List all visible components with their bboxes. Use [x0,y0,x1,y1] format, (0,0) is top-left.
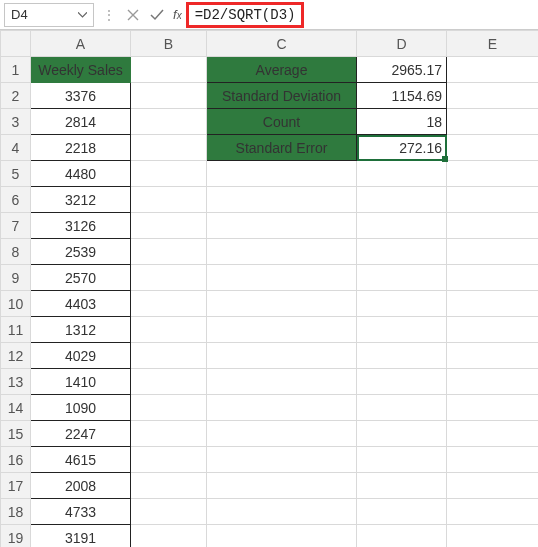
cell-D2[interactable]: 1154.69 [357,83,447,109]
col-header-A[interactable]: A [31,31,131,57]
cell-A11[interactable]: 1312 [31,317,131,343]
cell-C10[interactable] [207,291,357,317]
cell-A3[interactable]: 2814 [31,109,131,135]
cell-C18[interactable] [207,499,357,525]
cell-E12[interactable] [447,343,539,369]
cell-E15[interactable] [447,421,539,447]
cell-C13[interactable] [207,369,357,395]
name-box[interactable]: D4 [4,3,94,27]
cell-B2[interactable] [131,83,207,109]
cell-E14[interactable] [447,395,539,421]
row-header-1[interactable]: 1 [1,57,31,83]
cell-A14[interactable]: 1090 [31,395,131,421]
row-header-4[interactable]: 4 [1,135,31,161]
select-all-corner[interactable] [1,31,31,57]
col-header-C[interactable]: C [207,31,357,57]
row-header-19[interactable]: 19 [1,525,31,548]
cell-A12[interactable]: 4029 [31,343,131,369]
sheet-table[interactable]: A B C D E 1 Weekly Sales Average 2965.17… [0,30,538,547]
cell-D14[interactable] [357,395,447,421]
spreadsheet-grid[interactable]: A B C D E 1 Weekly Sales Average 2965.17… [0,30,538,547]
row-header-6[interactable]: 6 [1,187,31,213]
cell-D8[interactable] [357,239,447,265]
cell-A15[interactable]: 2247 [31,421,131,447]
cell-D16[interactable] [357,447,447,473]
row-header-12[interactable]: 12 [1,343,31,369]
cell-C11[interactable] [207,317,357,343]
cell-E16[interactable] [447,447,539,473]
cell-C19[interactable] [207,525,357,548]
cell-B3[interactable] [131,109,207,135]
cell-B12[interactable] [131,343,207,369]
cell-A10[interactable]: 4403 [31,291,131,317]
cell-E5[interactable] [447,161,539,187]
cell-C9[interactable] [207,265,357,291]
cell-C5[interactable] [207,161,357,187]
cell-E7[interactable] [447,213,539,239]
cell-B1[interactable] [131,57,207,83]
cell-E2[interactable] [447,83,539,109]
cell-D15[interactable] [357,421,447,447]
cell-D17[interactable] [357,473,447,499]
cell-A16[interactable]: 4615 [31,447,131,473]
row-header-11[interactable]: 11 [1,317,31,343]
col-header-D[interactable]: D [357,31,447,57]
cell-D4[interactable]: 272.16 [357,135,447,161]
cell-E13[interactable] [447,369,539,395]
cell-A7[interactable]: 3126 [31,213,131,239]
row-header-2[interactable]: 2 [1,83,31,109]
row-header-15[interactable]: 15 [1,421,31,447]
row-header-8[interactable]: 8 [1,239,31,265]
chevron-down-icon[interactable] [77,10,87,20]
cell-D7[interactable] [357,213,447,239]
cell-A1[interactable]: Weekly Sales [31,57,131,83]
cell-B15[interactable] [131,421,207,447]
cell-B5[interactable] [131,161,207,187]
row-header-3[interactable]: 3 [1,109,31,135]
cell-C6[interactable] [207,187,357,213]
cell-B17[interactable] [131,473,207,499]
cell-C4[interactable]: Standard Error [207,135,357,161]
cell-D6[interactable] [357,187,447,213]
cell-C12[interactable] [207,343,357,369]
cell-B9[interactable] [131,265,207,291]
formula-input[interactable]: =D2/SQRT(D3) [195,7,296,23]
row-header-17[interactable]: 17 [1,473,31,499]
cell-E18[interactable] [447,499,539,525]
cell-E4[interactable] [447,135,539,161]
cell-A9[interactable]: 2570 [31,265,131,291]
cell-A18[interactable]: 4733 [31,499,131,525]
cell-E11[interactable] [447,317,539,343]
cell-A4[interactable]: 2218 [31,135,131,161]
cell-A6[interactable]: 3212 [31,187,131,213]
row-header-5[interactable]: 5 [1,161,31,187]
cell-B10[interactable] [131,291,207,317]
accept-formula-button[interactable] [146,4,168,26]
cell-D10[interactable] [357,291,447,317]
cell-C15[interactable] [207,421,357,447]
cell-B13[interactable] [131,369,207,395]
cell-B6[interactable] [131,187,207,213]
row-header-9[interactable]: 9 [1,265,31,291]
cell-E17[interactable] [447,473,539,499]
cell-A13[interactable]: 1410 [31,369,131,395]
cell-A5[interactable]: 4480 [31,161,131,187]
col-header-B[interactable]: B [131,31,207,57]
cell-A8[interactable]: 2539 [31,239,131,265]
cell-C7[interactable] [207,213,357,239]
cell-C17[interactable] [207,473,357,499]
cell-D9[interactable] [357,265,447,291]
cell-E1[interactable] [447,57,539,83]
row-header-10[interactable]: 10 [1,291,31,317]
cell-C16[interactable] [207,447,357,473]
row-header-13[interactable]: 13 [1,369,31,395]
cell-E8[interactable] [447,239,539,265]
cell-C2[interactable]: Standard Deviation [207,83,357,109]
cancel-formula-button[interactable] [122,4,144,26]
cell-B11[interactable] [131,317,207,343]
cell-B16[interactable] [131,447,207,473]
cell-B14[interactable] [131,395,207,421]
cell-D18[interactable] [357,499,447,525]
cell-B18[interactable] [131,499,207,525]
row-header-7[interactable]: 7 [1,213,31,239]
